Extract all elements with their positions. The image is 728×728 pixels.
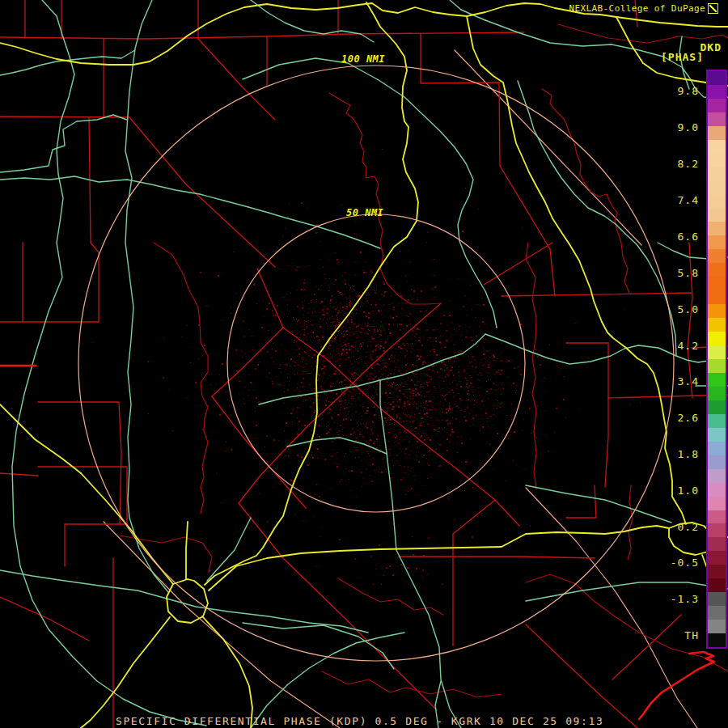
- color-scale-segment: [708, 304, 726, 318]
- color-scale-segment: [708, 140, 726, 154]
- map-layer-green_roads: [259, 334, 485, 404]
- color-scale-tick-label: 6.6: [658, 231, 699, 243]
- color-scale-tick-label: 7.4: [658, 194, 699, 206]
- map-layer-green_roads: [243, 58, 497, 328]
- map-layer-county: [421, 34, 499, 83]
- color-scale-tick-label: 9.8: [658, 85, 699, 97]
- color-scale-segment: [708, 235, 726, 249]
- map-layer-yellow_roads: [209, 526, 669, 590]
- map-layer-yellow_roads: [186, 522, 188, 579]
- color-scale-segment: [708, 290, 726, 304]
- color-scale-tick-label: 1.8: [658, 448, 699, 460]
- color-scale-segment: [708, 249, 726, 263]
- color-scale-segment: [708, 222, 726, 235]
- color-scale-segment: [708, 263, 726, 277]
- map-layer-county: [453, 500, 495, 645]
- map-layer-county: [566, 343, 608, 487]
- color-scale-segment: [708, 332, 726, 345]
- map-layer-county: [212, 328, 283, 396]
- color-scale-segment: [708, 428, 726, 442]
- map-layer-bright_red: [639, 652, 714, 719]
- map-layer-green_roads: [0, 50, 135, 75]
- color-scale-segment: [708, 620, 726, 633]
- map-layer-county: [550, 249, 555, 296]
- color-scale-segment: [708, 209, 726, 222]
- map-layer-green_roads: [526, 485, 671, 523]
- color-scale-segment: [708, 483, 726, 497]
- map-layer-county: [38, 467, 127, 566]
- color-scale-tick-label: -0.5: [658, 557, 699, 569]
- map-layer-green_roads: [251, 0, 374, 42]
- map-layer-county: [239, 303, 441, 503]
- color-scale-segment: [708, 606, 726, 620]
- color-scale-tick-label: 5.0: [658, 303, 699, 315]
- nexlab-logo-icon[interactable]: [708, 3, 718, 14]
- color-scale-segment: [708, 414, 726, 428]
- color-scale-segment: [708, 85, 726, 99]
- color-scale-tick-label: 1.0: [658, 485, 699, 497]
- map-layer-green_roads: [287, 438, 387, 454]
- color-scale-segment: [708, 523, 726, 537]
- color-scale-segment: [708, 565, 726, 578]
- radar-display: 100 NMI 50 NMI NEXLAB-College of DuPage …: [0, 0, 728, 728]
- color-scale-tick-label: 0.2: [658, 521, 699, 533]
- color-scale-tick-label: 5.8: [658, 267, 699, 279]
- map-layer-county: [0, 116, 129, 117]
- map-layer-county: [0, 473, 38, 476]
- map-layer-green_roads: [207, 518, 251, 581]
- color-scale-segment: [708, 112, 726, 126]
- map-layer-county: [0, 32, 524, 39]
- map-layer-county: [502, 293, 692, 296]
- map-layer-county: [526, 624, 637, 728]
- color-scale-tick-label: 3.4: [658, 375, 699, 387]
- map-layer-county: [89, 117, 99, 322]
- color-scale-segment: [708, 167, 726, 181]
- color-scale-segment: [708, 126, 726, 140]
- range-ring-50nmi-label: 50 NMI: [346, 207, 383, 218]
- map-layer-county: [129, 117, 275, 267]
- map-layer-county_riv: [526, 574, 728, 671]
- color-scale-segment: [708, 497, 726, 510]
- color-scale-tick-label: 4.2: [658, 340, 699, 352]
- range-ring-100nmi-label: 100 NMI: [341, 53, 385, 65]
- color-scale-tick-label: 2.6: [658, 412, 699, 424]
- map-layer-green_roads: [251, 633, 404, 728]
- radar-map-svg: [0, 0, 728, 728]
- color-scale-segment: [708, 373, 726, 387]
- color-scale-segment: [708, 318, 726, 332]
- map-layer-county_riv: [154, 243, 208, 514]
- map-layer-green_roads: [0, 115, 127, 172]
- map-layer-county_riv: [329, 93, 441, 304]
- color-scale-segment: [708, 195, 726, 209]
- color-scale-tick-label: 9.0: [658, 121, 699, 133]
- map-layer-green_roads: [380, 380, 461, 728]
- nexlab-brand-link[interactable]: NEXLAB-College of DuPage: [569, 3, 705, 14]
- color-scale-segment: [708, 154, 726, 167]
- color-scale-segment: [708, 551, 726, 565]
- map-layer-county_riv: [338, 578, 443, 615]
- color-scale-segment: [708, 510, 726, 524]
- map-layer-peach_lines: [455, 50, 641, 245]
- map-layer-green_roads: [518, 81, 676, 356]
- map-layer-green_roads: [125, 0, 168, 592]
- map-layer-county_riv: [628, 485, 633, 560]
- kdp-color-scale: [706, 70, 727, 649]
- color-scale-segment: [708, 578, 726, 592]
- color-scale-tick-label: -1.3: [658, 593, 699, 605]
- map-layer-county: [484, 243, 552, 285]
- color-scale-segment: [708, 345, 726, 359]
- map-layer-county: [198, 39, 275, 120]
- map-layer-county_riv: [542, 89, 629, 293]
- color-scale-tick-label: 8.2: [658, 158, 699, 170]
- color-scale-segment: [708, 455, 726, 469]
- color-scale-segment: [708, 592, 726, 606]
- map-layer-green_roads: [0, 570, 368, 633]
- map-layer-county_riv: [558, 24, 728, 43]
- radar-echo-speckles: [77, 149, 641, 614]
- map-layer-county: [0, 597, 89, 641]
- map-layer-county: [399, 557, 595, 558]
- map-layer-county: [612, 615, 681, 679]
- color-scale-segment: [708, 277, 726, 290]
- color-scale-segment: [708, 181, 726, 195]
- color-scale-segment: [708, 537, 726, 551]
